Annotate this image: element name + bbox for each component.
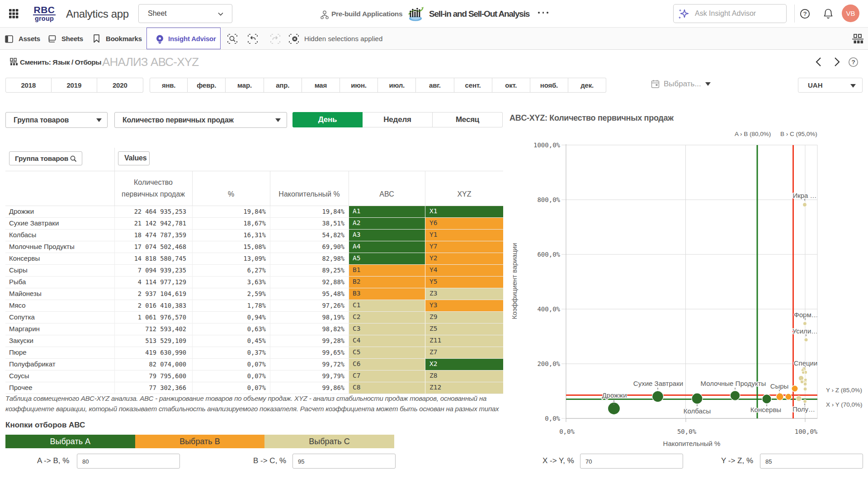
svg-text:Коэффициент вариации: Коэффициент вариации — [510, 243, 518, 319]
svg-text:Дрожжи: Дрожжи — [602, 391, 627, 399]
svg-text:100,0%: 100,0% — [795, 428, 818, 435]
svg-text:Усили…: Усили… — [793, 327, 818, 335]
svg-text:Колбасы: Колбасы — [684, 407, 711, 415]
svg-text:Сухие Завтраки: Сухие Завтраки — [633, 380, 683, 387]
svg-text:50,0%: 50,0% — [677, 428, 697, 435]
svg-text:0,0%: 0,0% — [545, 415, 560, 422]
svg-text:ABC-XYZ: Количество первичных: ABC-XYZ: Количество первичных продаж — [509, 113, 674, 122]
svg-text:?: ? — [803, 10, 807, 17]
svg-text:Молочные Продукты: Молочные Продукты — [701, 380, 766, 387]
svg-text:600,0%: 600,0% — [537, 251, 560, 258]
svg-text:Специи: Специи — [794, 359, 818, 367]
svg-text:400,0%: 400,0% — [537, 305, 560, 313]
svg-text:0,0%: 0,0% — [559, 428, 575, 435]
svg-text:Полу…: Полу… — [793, 405, 815, 413]
svg-text:Форм…: Форм… — [794, 311, 818, 319]
svg-text:Консервы: Консервы — [750, 406, 781, 413]
svg-text:Накопительный %: Накопительный % — [663, 440, 721, 447]
svg-text:1000,0%: 1000,0% — [533, 141, 561, 149]
svg-text:Y › Z (85,0%): Y › Z (85,0%) — [826, 387, 862, 394]
svg-text:B › C (95,0%): B › C (95,0%) — [780, 131, 817, 137]
svg-text:Сыры: Сыры — [770, 382, 789, 390]
svg-text:?: ? — [851, 59, 855, 66]
svg-text:X › Y (70,0%): X › Y (70,0%) — [826, 401, 863, 408]
svg-text:200,0%: 200,0% — [537, 360, 560, 367]
svg-text:Икра …: Икра … — [793, 192, 816, 199]
svg-text:A › B (80,0%): A › B (80,0%) — [735, 131, 771, 137]
svg-text:800,0%: 800,0% — [537, 196, 560, 203]
